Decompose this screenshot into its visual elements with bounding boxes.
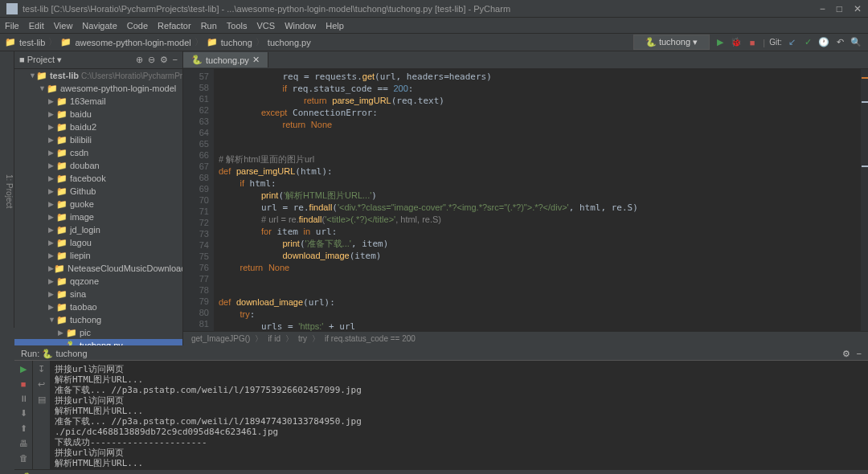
nav-bar: 📁 test-lib 〉 📁 awesome-python-login-mode… (0, 34, 868, 51)
rerun-icon[interactable]: ▶ (20, 364, 27, 374)
tree-folder[interactable]: ▶📁facebook (14, 172, 182, 185)
down-icon[interactable]: ⬇ (20, 408, 27, 419)
breadcrumb-root[interactable]: test-lib (19, 38, 45, 47)
tree-folder[interactable]: ▶📁guoke (14, 198, 182, 210)
folder-icon: 📁 (60, 37, 72, 47)
collapse-icon[interactable]: ⊕ (136, 55, 143, 65)
tree-model[interactable]: ▼📁awesome-python-login-model (14, 82, 182, 95)
gear-icon[interactable]: ⚙ (842, 349, 850, 359)
run-toolbar-2: ↧ ↩ ▤ (32, 361, 50, 469)
editor-breadcrumb[interactable]: get_ImageJPG()〉 if id〉 try〉 if req.statu… (183, 331, 868, 345)
tree-file-tuchong[interactable]: 🐍tuchong.py (14, 339, 182, 345)
editor-tab-tuchong[interactable]: 🐍 tuchong.py ✕ (183, 52, 268, 67)
tree-root[interactable]: ▼📁test-lib C:\Users\Horatio\PycharmProje… (14, 69, 182, 82)
menu-code[interactable]: Code (127, 21, 148, 31)
pycharm-icon (6, 3, 18, 14)
left-tool-tabs: 1: Project 2: Favorites 7: Structure (0, 51, 14, 328)
menu-tools[interactable]: Tools (227, 21, 248, 31)
menubar: File Edit View Navigate Code Refactor Ru… (0, 18, 868, 34)
tree-folder[interactable]: ▶📁baidu (14, 108, 182, 121)
editor-minimap[interactable] (860, 69, 868, 331)
project-tree[interactable]: ▼📁test-lib C:\Users\Horatio\PycharmProje… (14, 69, 182, 345)
vcs-update-icon[interactable]: ↙ (786, 37, 797, 48)
bottom-tool-tabs: 🐍 Python Console ▣ Terminal ▶ 4: Run ≡ 6… (14, 469, 868, 474)
minimize-button[interactable]: − (820, 3, 825, 14)
tree-pic[interactable]: ▶📁pic (14, 326, 182, 339)
tree-folder[interactable]: ▶📁liepin (14, 249, 182, 262)
editor-area: 🐍 tuchong.py ✕ 5758616263646566676869707… (183, 51, 868, 345)
code-editor[interactable]: req = requests.get(url, headers=headers)… (214, 69, 860, 331)
titlebar: test-lib [C:\Users\Horatio\PycharmProjec… (0, 0, 868, 18)
panel-title: ■ Project ▾ (19, 55, 62, 65)
debug-icon[interactable]: 🐞 (731, 37, 742, 48)
tree-folder[interactable]: ▶📁image (14, 210, 182, 223)
run-config-select[interactable]: 🐍 tuchong ▾ (633, 35, 710, 50)
git-label: Git: (770, 37, 781, 48)
hide-icon[interactable]: − (857, 349, 862, 359)
window-title: test-lib [C:\Users\Horatio\PycharmProjec… (23, 4, 820, 14)
print-icon[interactable]: 🖶 (19, 439, 28, 448)
up-icon[interactable]: ⬆ (20, 423, 27, 434)
gear-icon[interactable]: ⚙ (160, 55, 168, 65)
trash-icon[interactable]: 🗑 (19, 453, 28, 463)
run-output[interactable]: 拼接url访问网页 解析HTML图片URL... 准备下载... //p3a.p… (50, 361, 868, 469)
menu-vcs[interactable]: VCS (257, 21, 276, 31)
vcs-history-icon[interactable]: 🕐 (818, 37, 829, 48)
menu-file[interactable]: File (5, 21, 19, 31)
menu-view[interactable]: View (54, 21, 73, 31)
project-panel: ■ Project ▾ ⊕ ⊖ ⚙ − ▼📁test-lib C:\Users\… (14, 51, 183, 345)
vcs-commit-icon[interactable]: ✓ (802, 37, 813, 48)
stop-icon[interactable]: ■ (747, 37, 758, 48)
run-panel-title: Run: (21, 349, 39, 358)
hide-icon[interactable]: − (173, 55, 178, 65)
target-icon[interactable]: ⊖ (148, 55, 155, 65)
menu-refactor[interactable]: Refactor (158, 21, 191, 31)
tree-folder[interactable]: ▶📁douban (14, 159, 182, 172)
tree-folder[interactable]: ▶📁qqzone (14, 275, 182, 288)
menu-window[interactable]: Window (285, 21, 316, 31)
menu-edit[interactable]: Edit (29, 21, 44, 31)
tree-folder[interactable]: ▶📁taobao (14, 300, 182, 313)
search-icon[interactable]: 🔍 (850, 37, 862, 48)
pause-icon[interactable]: ⏸ (19, 394, 28, 403)
stop-icon[interactable]: ■ (21, 379, 27, 389)
run-icon[interactable]: ▶ (714, 37, 726, 48)
close-button[interactable]: ✕ (854, 3, 862, 14)
scroll-icon[interactable]: ↧ (38, 364, 45, 374)
tree-folder[interactable]: ▶📁bilibili (14, 133, 182, 146)
breadcrumb-file[interactable]: tuchong.py (268, 38, 311, 47)
vcs-revert-icon[interactable]: ↶ (834, 37, 845, 48)
tab-project[interactable]: 1: Project (5, 174, 14, 208)
tree-folder[interactable]: ▶📁NeteaseCloudMusicDownload (14, 262, 182, 275)
maximize-button[interactable]: □ (837, 3, 842, 14)
tree-folder[interactable]: ▶📁163email (14, 95, 182, 108)
breadcrumb-model[interactable]: awesome-python-login-model (75, 38, 190, 47)
menu-help[interactable]: Help (326, 21, 344, 31)
window-controls: − □ ✕ (820, 3, 862, 14)
tree-folder[interactable]: ▶📁jd_login (14, 223, 182, 236)
menu-run[interactable]: Run (201, 21, 217, 31)
tree-folder[interactable]: ▶📁lagou (14, 236, 182, 249)
menu-navigate[interactable]: Navigate (82, 21, 117, 31)
tree-folder[interactable]: ▶📁baidu2 (14, 121, 182, 133)
tree-folder[interactable]: ▶📁csdn (14, 146, 182, 159)
run-toolbar: ▶ ■ ⏸ ⬇ ⬆ 🖶 🗑 (14, 361, 32, 469)
folder-icon: 📁 (207, 37, 218, 47)
tree-folder-tuchong[interactable]: ▼📁tuchong (14, 313, 182, 326)
run-config-name: tuchong (55, 349, 87, 358)
tree-folder[interactable]: ▶📁sina (14, 288, 182, 300)
tree-folder[interactable]: ▶📁Github (14, 185, 182, 198)
wrap-icon[interactable]: ↩ (38, 379, 45, 390)
line-gutter: 5758616263646566676869707172737475767778… (183, 69, 214, 331)
filter-icon[interactable]: ▤ (38, 394, 46, 405)
folder-icon: 📁 (5, 37, 16, 47)
breadcrumb-tuchong[interactable]: tuchong (221, 38, 252, 47)
